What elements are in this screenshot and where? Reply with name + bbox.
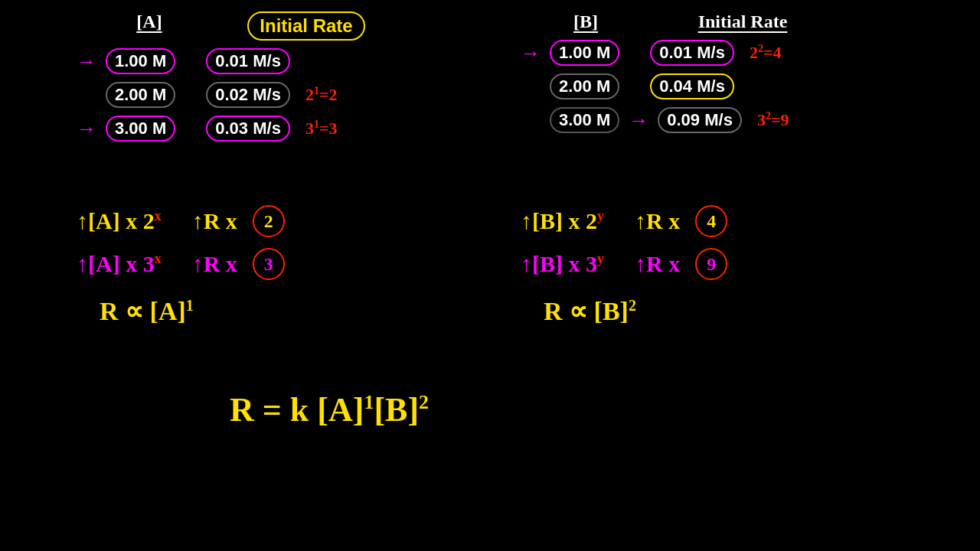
left-rate-1: 0.01 M/s <box>206 48 290 74</box>
right-annotation-1: 22=4 <box>750 43 782 63</box>
left-arrow-1: → <box>77 50 96 73</box>
main-canvas: [A] Initial Rate → 1.00 M 0.01 M/s 2.00 … <box>0 0 980 551</box>
bottom-formula: R = k [A]1[B]2 <box>230 390 429 429</box>
left-formulas: ↑[A] x 2x ↑R x 2 ↑[A] x 3x ↑R x 3 R ∝ [A… <box>77 205 285 326</box>
right-formula-1b: ↑R x <box>635 208 680 234</box>
right-conc-1: 1.00 M <box>550 40 619 66</box>
right-arrow-1: → <box>521 41 541 65</box>
left-arrow-3: → <box>77 117 96 141</box>
right-formula-1a: ↑[B] x 2y <box>521 208 604 234</box>
right-conc-2: 2.00 M <box>550 73 619 99</box>
right-rate-1: 0.01 M/s <box>650 40 734 66</box>
right-arrow-3: → <box>629 109 648 132</box>
right-conc-3: 3.00 M <box>550 107 619 133</box>
left-conc-1: 1.00 M <box>106 48 175 74</box>
left-formula-1b: ↑R x <box>192 208 237 234</box>
left-annotation-3: 31=3 <box>305 119 338 139</box>
left-formula-2a: ↑[A] x 3x <box>77 251 162 277</box>
right-proportional: R ∝ [B]2 <box>544 295 727 326</box>
right-section: [B] Initial Rate → 1.00 M 0.01 M/s 22=4 … <box>521 11 804 141</box>
right-annotation-3: 32=9 <box>757 110 789 130</box>
right-rate-3: 0.09 M/s <box>658 107 742 133</box>
left-formula-1a: ↑[A] x 2x <box>77 208 162 234</box>
left-annotation-2: 21=2 <box>305 85 338 105</box>
right-formula-1b-num: 4 <box>695 205 727 237</box>
left-formula-1b-num: 2 <box>253 205 285 237</box>
left-section: [A] Initial Rate → 1.00 M 0.01 M/s 2.00 … <box>77 11 368 149</box>
left-formula-2b-num: 3 <box>253 248 285 280</box>
left-col2-header: Initial Rate <box>245 11 368 41</box>
left-col1-header: [A] <box>100 11 199 41</box>
left-rate-2: 0.02 M/s <box>206 82 290 108</box>
right-formula-2b-num: 9 <box>695 248 727 280</box>
right-col1-header: [B] <box>536 11 635 32</box>
left-initial-rate-header: Initial Rate <box>247 11 364 41</box>
right-rate-2: 0.04 M/s <box>650 73 734 99</box>
right-formulas: ↑[B] x 2y ↑R x 4 ↑[B] x 3y ↑R x 9 R ∝ [B… <box>521 205 727 326</box>
right-formula-2b: ↑R x <box>635 251 680 277</box>
right-formula-2a: ↑[B] x 3y <box>521 251 604 277</box>
left-conc-3: 3.00 M <box>106 116 175 142</box>
left-formula-2b: ↑R x <box>192 251 237 277</box>
left-proportional: R ∝ [A]1 <box>100 295 285 326</box>
right-col2-header: Initial Rate <box>681 11 804 32</box>
left-conc-2: 2.00 M <box>106 82 175 108</box>
left-rate-3: 0.03 M/s <box>206 116 290 142</box>
